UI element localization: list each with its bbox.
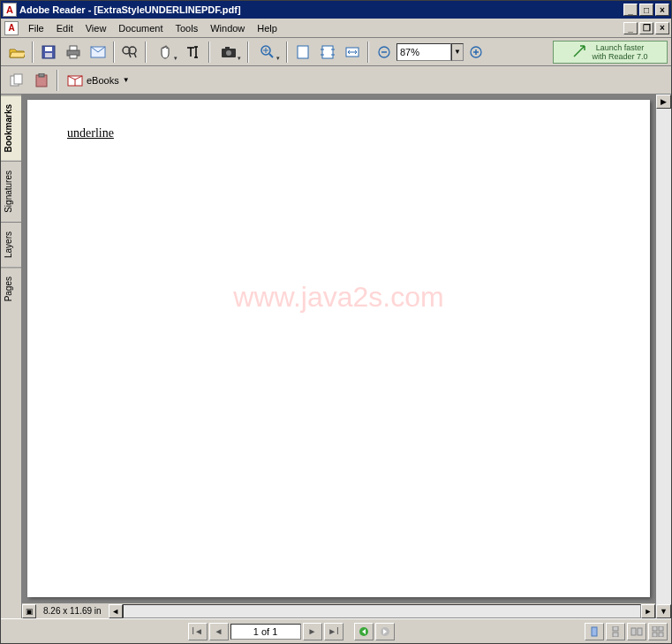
svg-rect-1	[45, 47, 52, 51]
hscroll-track[interactable]	[123, 604, 641, 618]
secondary-toolbar: eBooks ▼	[1, 66, 671, 95]
close-button[interactable]: ×	[655, 4, 669, 16]
zoom-in-button[interactable]	[253, 41, 283, 64]
zoom-dropdown-button[interactable]: ▼	[451, 43, 464, 61]
menu-window[interactable]: Window	[204, 21, 251, 35]
menu-help[interactable]: Help	[251, 21, 283, 35]
menu-view[interactable]: View	[79, 21, 113, 35]
facing-view-button[interactable]	[627, 623, 646, 640]
bottom-ruler: ▣ 8.26 x 11.69 in ◄ ►	[22, 602, 655, 618]
ebooks-label: eBooks	[87, 75, 119, 86]
promo-line1: Launch faster	[596, 43, 645, 52]
app-icon: A	[3, 3, 17, 17]
actual-size-button[interactable]	[291, 41, 314, 64]
menu-file[interactable]: File	[22, 21, 50, 35]
maximize-button[interactable]: □	[639, 4, 653, 16]
ruler-collapse-button[interactable]: ▣	[22, 604, 36, 618]
main-toolbar: 87% ▼ Launch fasterwith Reader 7.0	[1, 38, 671, 66]
title-bar[interactable]: A Adobe Reader - [ExtraStyleUNDERLINEPDF…	[1, 1, 671, 19]
vscroll-down-button[interactable]: ▼	[656, 604, 671, 618]
content-area: Bookmarks Signatures Layers Pages underl…	[1, 95, 671, 618]
chevron-down-icon: ▼	[123, 76, 130, 84]
svg-rect-27	[613, 633, 618, 637]
doc-minimize-button[interactable]: _	[623, 22, 638, 34]
svg-rect-30	[653, 626, 657, 631]
page-indicator[interactable]: 1 of 1	[230, 624, 301, 640]
svg-rect-11	[225, 47, 230, 49]
page-nav: I◄ ◄ 1 of 1 ► ►I	[188, 623, 395, 640]
tab-pages[interactable]: Pages	[1, 267, 21, 310]
ebooks-button[interactable]: eBooks ▼	[61, 70, 136, 91]
svg-rect-4	[70, 46, 77, 50]
vscroll-track[interactable]	[656, 109, 671, 604]
hscroll-right-button[interactable]: ►	[641, 604, 655, 618]
search-button[interactable]	[118, 41, 141, 64]
promo-banner[interactable]: Launch fasterwith Reader 7.0	[553, 41, 668, 64]
last-page-button[interactable]: ►I	[324, 623, 344, 640]
fit-width-button[interactable]	[341, 41, 364, 64]
svg-rect-5	[70, 55, 77, 58]
save-button[interactable]	[37, 41, 60, 64]
svg-rect-13	[298, 46, 308, 58]
page-dimensions: 8.26 x 11.69 in	[36, 606, 109, 616]
forward-button[interactable]	[375, 623, 395, 640]
print-button[interactable]	[62, 41, 85, 64]
app-window: A Adobe Reader - [ExtraStyleUNDERLINEPDF…	[0, 0, 672, 644]
svg-rect-28	[631, 628, 636, 635]
page-canvas[interactable]: underline www.java2s.com	[27, 100, 650, 597]
svg-rect-21	[39, 73, 44, 77]
svg-rect-25	[592, 627, 597, 636]
hand-tool-button[interactable]	[150, 41, 180, 64]
document-icon[interactable]: A	[4, 21, 19, 35]
tab-layers[interactable]: Layers	[1, 222, 21, 267]
gutter-expand-button[interactable]: ▶	[656, 95, 671, 109]
status-bar: I◄ ◄ 1 of 1 ► ►I	[1, 618, 671, 643]
email-button[interactable]	[87, 41, 109, 64]
svg-rect-31	[659, 626, 663, 631]
window-title: Adobe Reader - [ExtraStyleUNDERLINEPDF.p…	[19, 4, 241, 15]
minimize-button[interactable]: _	[623, 4, 638, 16]
back-button[interactable]	[354, 623, 374, 640]
svg-point-10	[226, 50, 231, 56]
svg-rect-32	[653, 633, 657, 637]
doc-restore-button[interactable]: ❐	[639, 22, 653, 34]
ebooks-icon	[67, 73, 83, 87]
clipboard-button[interactable]	[30, 69, 53, 92]
zoom-plus-button[interactable]	[464, 41, 487, 64]
zoom-out-button[interactable]	[373, 41, 396, 64]
fit-page-button[interactable]	[316, 41, 339, 64]
prev-page-button[interactable]: ◄	[209, 623, 229, 640]
hscroll-left-button[interactable]: ◄	[109, 604, 123, 618]
single-page-view-button[interactable]	[585, 623, 604, 640]
copy-button[interactable]	[5, 69, 28, 92]
menu-bar: A File Edit View Document Tools Window H…	[1, 19, 671, 38]
svg-rect-14	[322, 46, 333, 58]
menu-tools[interactable]: Tools	[170, 21, 205, 35]
watermark: www.java2s.com	[233, 281, 443, 314]
doc-close-button[interactable]: ×	[655, 22, 669, 34]
menu-edit[interactable]: Edit	[50, 21, 79, 35]
open-button[interactable]	[5, 41, 28, 64]
continuous-facing-view-button[interactable]	[648, 623, 668, 640]
document-text: underline	[67, 126, 114, 140]
svg-rect-29	[638, 628, 642, 635]
tab-bookmarks[interactable]: Bookmarks	[1, 95, 21, 161]
promo-line2: with Reader 7.0	[592, 52, 647, 61]
continuous-view-button[interactable]	[606, 623, 625, 640]
snapshot-tool-button[interactable]	[214, 41, 244, 64]
svg-rect-26	[613, 626, 618, 631]
text-select-tool-button[interactable]	[182, 41, 205, 64]
svg-rect-2	[45, 53, 52, 57]
side-tabs: Bookmarks Signatures Layers Pages	[1, 95, 22, 618]
next-page-button[interactable]: ►	[303, 623, 322, 640]
zoom-input[interactable]: 87%	[396, 43, 451, 61]
menu-document[interactable]: Document	[112, 21, 169, 35]
view-mode-group	[585, 623, 668, 640]
svg-rect-33	[659, 633, 663, 637]
tab-signatures[interactable]: Signatures	[1, 161, 21, 222]
document-viewport: underline www.java2s.com ▣ 8.26 x 11.69 …	[22, 95, 655, 618]
mdi-controls: _ ❐ ×	[622, 22, 669, 34]
svg-rect-19	[14, 74, 22, 84]
first-page-button[interactable]: I◄	[188, 623, 208, 640]
right-gutter: ▶ ▼	[655, 95, 671, 618]
